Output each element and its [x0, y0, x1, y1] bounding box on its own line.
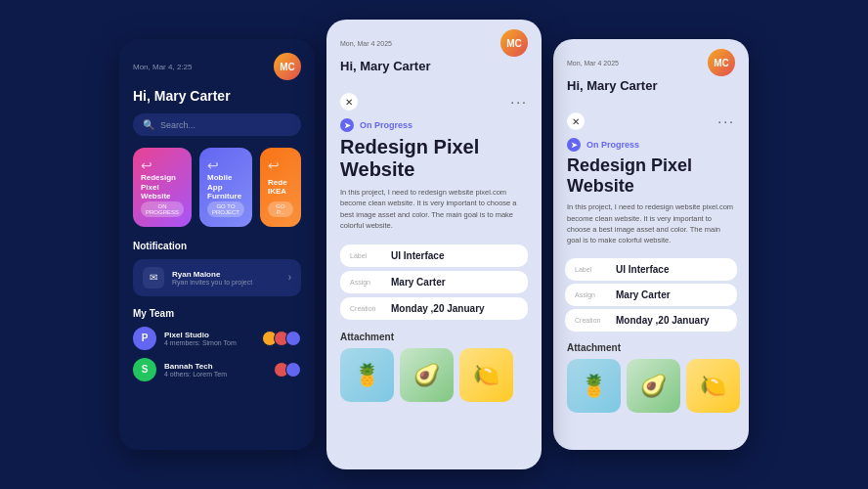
alt-project-description: In this project, I need to redesign webs…	[553, 201, 749, 255]
card-btn[interactable]: GO TO PROJECT	[207, 201, 244, 217]
team-avatars-1	[262, 331, 301, 346]
project-cards: ↩ RedesignPixel Website ON PROGRESS ↩ Mo…	[119, 148, 315, 241]
team-sub-1: 4 members: Simon Tom	[164, 339, 254, 346]
project-greeting: Hi, Mary Carter	[326, 57, 542, 81]
field-creation: Creation Monday ,20 January	[340, 297, 528, 320]
alt-attachments: 🍍 🥑 🍋	[553, 359, 749, 413]
card-icon: ↩	[268, 157, 293, 173]
alt-field-creation: Creation Monday ,20 January	[565, 309, 737, 332]
alt-status-badge: ➤ On Progress	[553, 130, 749, 152]
notification-section-title: Notification	[119, 241, 315, 259]
more-options-icon[interactable]: ···	[510, 94, 528, 110]
arrow-right-icon: ›	[288, 272, 291, 283]
notification-icon: ✉	[143, 267, 164, 289]
alt-status-dot: ➤	[567, 138, 581, 152]
alt-field-label-text: Label	[575, 266, 610, 273]
field-label-value: UI Interface	[391, 250, 444, 261]
notification-text: Ryan Malone Ryan invites you to project	[172, 270, 281, 286]
notification-item[interactable]: ✉ Ryan Malone Ryan invites you to projec…	[133, 259, 301, 296]
status-badge: ➤ On Progress	[326, 111, 542, 132]
project-title: Redesign PixelWebsite	[326, 132, 542, 187]
mini-avatar	[285, 362, 301, 378]
search-icon: 🔍	[143, 119, 154, 130]
alt-attachment-title: Attachment	[553, 334, 749, 359]
mini-avatar	[285, 331, 301, 346]
field-creation-text: Creation	[350, 305, 385, 312]
dashboard-greeting: Hi, Mary Carter	[119, 88, 315, 113]
avatar: MC	[500, 29, 528, 57]
screen-project-detail-alt: Mon, Mar 4 2025 MC Hi, Mary Carter ✕ ···…	[553, 39, 749, 450]
alt-field-assign-text: Assign	[575, 291, 610, 298]
alt-field-creation-value: Monday ,20 January	[616, 315, 710, 326]
team-sub-2: 4 others: Lorem Tem	[164, 371, 266, 378]
team-info-1: Pixel Studio 4 members: Simon Tom	[164, 331, 254, 346]
avatar-alt: MC	[708, 49, 735, 76]
dashboard-date: Mon, Mar 4, 2:25	[133, 63, 192, 71]
detail-header: ✕ ···	[326, 81, 542, 111]
attachment-thumb-3[interactable]: 🍋	[459, 348, 513, 402]
project-detail-topbar: Mon, Mar 4 2025 MC	[326, 20, 542, 57]
notif-sub: Ryan invites you to project	[172, 279, 281, 286]
screen-project-detail: Mon, Mar 4 2025 MC Hi, Mary Carter ✕ ···…	[326, 20, 542, 469]
alt-field-label: Label UI Interface	[565, 258, 737, 281]
card-title: RedeIKEA	[268, 178, 293, 197]
card-btn[interactable]: GO P...	[268, 201, 293, 217]
alt-field-assign-value: Mary Carter	[616, 289, 671, 300]
card-btn[interactable]: ON PROGRESS	[141, 201, 184, 217]
attachment-section-title: Attachment	[326, 324, 542, 348]
alt-detail-header: ✕ ···	[553, 101, 749, 130]
field-label-text: Label	[350, 252, 385, 259]
card-icon: ↩	[141, 157, 184, 173]
card-title: Mobile AppFurniture	[207, 173, 244, 201]
field-assign: Assign Mary Carter	[340, 271, 528, 293]
card-icon: ↩	[207, 157, 244, 173]
alt-status-text: On Progress	[586, 140, 639, 150]
avatar: MC	[274, 53, 301, 80]
alt-field-label-value: UI Interface	[616, 264, 669, 275]
team-name-2: Bannah Tech	[164, 362, 266, 371]
team-avatar-1: P	[133, 327, 156, 350]
attachment-thumb-1[interactable]: 🍍	[340, 348, 394, 402]
alt-more-options-icon[interactable]: ···	[717, 113, 735, 129]
team-info-2: Bannah Tech 4 others: Lorem Tem	[164, 362, 266, 378]
alt-project-title: Redesign PixelWebsite	[553, 152, 749, 201]
project-alt-date: Mon, Mar 4 2025	[567, 60, 619, 67]
field-assign-value: Mary Carter	[391, 277, 446, 288]
alt-field-creation-text: Creation	[575, 317, 610, 324]
alt-close-button[interactable]: ✕	[567, 112, 585, 130]
alt-attachment-thumb-1[interactable]: 🍍	[567, 359, 621, 413]
project-description: In this project, I need to redesign webs…	[326, 187, 542, 241]
field-creation-value: Monday ,20 January	[391, 303, 485, 314]
team-item-1[interactable]: P Pixel Studio 4 members: Simon Tom	[133, 327, 301, 350]
team-item-2[interactable]: S Bannah Tech 4 others: Lorem Tem	[133, 358, 301, 381]
notif-name: Ryan Malone	[172, 270, 281, 279]
screen-dashboard: Mon, Mar 4, 2:25 MC Hi, Mary Carter 🔍 Se…	[119, 39, 315, 450]
project-card-3[interactable]: ↩ RedeIKEA GO P...	[260, 148, 301, 227]
project-date: Mon, Mar 4 2025	[340, 40, 392, 47]
attachments: 🍍 🥑 🍋	[326, 348, 542, 402]
field-label: Label UI Interface	[340, 244, 528, 267]
team-avatar-2: S	[133, 358, 156, 381]
search-placeholder: Search...	[160, 120, 195, 130]
team-avatars-2	[274, 362, 301, 378]
search-bar[interactable]: 🔍 Search...	[133, 113, 301, 136]
screens-container: Mon, Mar 4, 2:25 MC Hi, Mary Carter 🔍 Se…	[0, 0, 868, 489]
card-title: RedesignPixel Website	[141, 173, 184, 201]
project-detail-alt-topbar: Mon, Mar 4 2025 MC	[553, 39, 749, 76]
my-team-section-title: My Team	[119, 308, 315, 327]
status-text: On Progress	[360, 120, 412, 130]
attachment-thumb-2[interactable]: 🥑	[400, 348, 454, 402]
field-assign-text: Assign	[350, 279, 385, 286]
project-card-1[interactable]: ↩ RedesignPixel Website ON PROGRESS	[133, 148, 192, 227]
status-dot: ➤	[340, 118, 354, 132]
dashboard-header: Mon, Mar 4, 2:25 MC	[119, 39, 315, 88]
close-button[interactable]: ✕	[340, 93, 358, 111]
project-card-2[interactable]: ↩ Mobile AppFurniture GO TO PROJECT	[199, 148, 252, 227]
alt-field-assign: Assign Mary Carter	[565, 284, 737, 306]
project-alt-greeting: Hi, Mary Carter	[553, 76, 749, 101]
team-name-1: Pixel Studio	[164, 331, 254, 339]
alt-attachment-thumb-2[interactable]: 🥑	[627, 359, 680, 413]
alt-attachment-thumb-3[interactable]: 🍋	[686, 359, 740, 413]
